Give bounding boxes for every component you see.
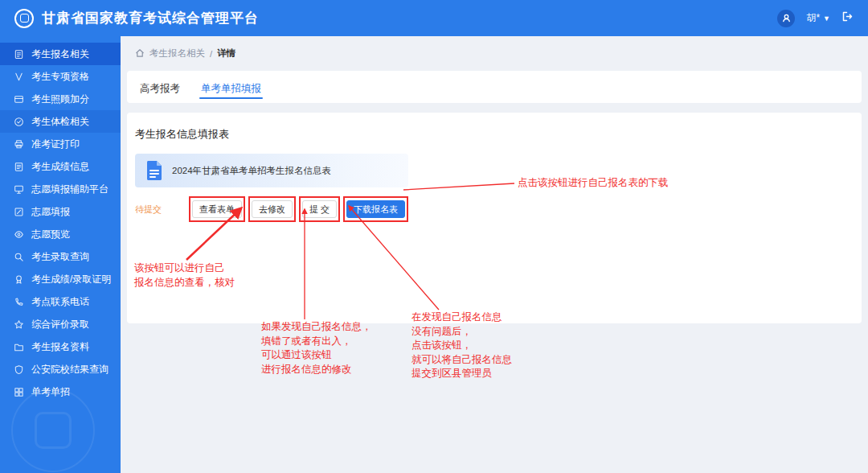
sidebar-item-1[interactable]: 考生报名相关	[0, 43, 121, 65]
sidebar-item-14[interactable]: 考生报名资料	[0, 335, 121, 358]
view-form-button[interactable]: 查看表单	[192, 200, 242, 218]
sidebar-item-3[interactable]: 考生照顾加分	[0, 88, 121, 110]
bonus-card-icon	[14, 94, 24, 105]
sidebar-item-label: 志愿填报辅助平台	[31, 183, 108, 196]
qualification-v-icon	[14, 72, 24, 82]
logout-icon[interactable]	[841, 10, 854, 26]
tab-2[interactable]: 单考单招填报	[198, 74, 264, 103]
sidebar-item-label: 考生专项资格	[31, 70, 89, 84]
annotation-line: 在发现自己报名信息	[411, 311, 512, 325]
tabs-bar: 高考报考单考单招填报	[127, 71, 862, 103]
view-form-button-highlight-box: 查看表单	[189, 196, 245, 222]
assist-platform-icon	[14, 184, 24, 195]
sidebar: 考生报名相关考生专项资格考生照顾加分考生体检相关准考证打印考生成绩信息志愿填报辅…	[0, 36, 121, 473]
home-icon[interactable]	[135, 48, 145, 60]
score-list-icon	[14, 162, 24, 172]
download-form-button[interactable]: 下载报名表	[346, 200, 405, 218]
sidebar-item-label: 考生成绩/录取证明	[31, 273, 111, 286]
main-area: 考生报名相关 / 详情 高考报考单考单招填报 考生报名信息填报表 2024年甘肃…	[121, 36, 868, 473]
annotation-line: 点击该按钮，	[411, 339, 512, 353]
sidebar-item-label: 公安院校结果查询	[31, 363, 108, 376]
sidebar-item-label: 考生照顾加分	[31, 93, 89, 106]
single-exam-grid-icon	[14, 387, 24, 397]
annotation-line: 没有问题后，	[411, 325, 512, 339]
sidebar-item-5[interactable]: 准考证打印	[0, 133, 121, 155]
tab-1[interactable]: 高考报考	[137, 74, 183, 103]
file-name: 2024年甘肃省单考单招考生报名信息表	[172, 165, 331, 177]
sidebar-item-label: 考生报名资料	[31, 340, 89, 354]
print-ticket-icon	[14, 139, 24, 150]
modify-button[interactable]: 去修改	[252, 200, 293, 218]
material-folder-icon	[14, 342, 24, 352]
breadcrumb: 考生报名相关 / 详情	[135, 47, 235, 60]
admission-search-icon	[14, 252, 24, 262]
annotation-line: 填错了或者有出入，	[261, 335, 372, 349]
sidebar-item-13[interactable]: 综合评价录取	[0, 313, 121, 335]
annotation-line: 报名信息的查看，核对	[134, 276, 235, 290]
sidebar-item-label: 志愿预览	[31, 228, 70, 241]
sidebar-item-label: 综合评价录取	[31, 318, 89, 331]
platform-logo-icon	[14, 9, 34, 28]
sidebar-item-label: 考生录取查询	[31, 250, 89, 264]
user-name: 胡*	[806, 11, 820, 25]
breadcrumb-section[interactable]: 考生报名相关	[149, 47, 205, 60]
view-annotation: 该按钮可以进行自己报名信息的查看，核对	[134, 261, 235, 290]
sidebar-item-4[interactable]: 考生体检相关	[0, 110, 121, 133]
sidebar-item-7[interactable]: 志愿填报辅助平台	[0, 178, 121, 200]
evaluation-star-icon	[14, 319, 24, 330]
user-menu[interactable]: 胡* ▼	[806, 11, 830, 25]
submit-button-highlight-box: 提 交	[299, 196, 340, 222]
sidebar-item-12[interactable]: 考点联系电话	[0, 290, 121, 313]
volunteer-preview-icon	[14, 229, 24, 240]
submit-annotation: 在发现自己报名信息没有问题后，点击该按钮，就可以将自己报名信息提交到区县管理员	[411, 311, 512, 381]
sidebar-item-2[interactable]: 考生专项资格	[0, 65, 121, 88]
volunteer-edit-icon	[14, 207, 24, 217]
modify-button-highlight-box: 去修改	[248, 196, 296, 222]
police-shield-icon	[14, 364, 24, 375]
sidebar-item-9[interactable]: 志愿预览	[0, 223, 121, 245]
sidebar-item-8[interactable]: 志愿填报	[0, 200, 121, 223]
button-group: 查看表单去修改提 交下载报名表	[189, 196, 408, 222]
sidebar-item-10[interactable]: 考生录取查询	[0, 245, 121, 268]
sidebar-item-label: 志愿填报	[31, 205, 70, 219]
certificate-icon	[14, 274, 24, 285]
sidebar-item-label: 考点联系电话	[31, 295, 89, 309]
submit-button[interactable]: 提 交	[302, 200, 337, 218]
download-annotation: 点击该按钮进行自己报名表的下载	[518, 176, 669, 191]
annotation-line: 点击该按钮进行自己报名表的下载	[518, 176, 669, 191]
sidebar-item-6[interactable]: 考生成绩信息	[0, 155, 121, 178]
annotation-line: 该按钮可以进行自己	[134, 261, 235, 276]
modify-annotation: 如果发现自己报名信息，填错了或者有出入，可以通过该按钮进行报名信息的修改	[261, 320, 372, 376]
registration-doc-icon	[14, 49, 24, 60]
chevron-down-icon: ▼	[823, 14, 830, 23]
sidebar-item-11[interactable]: 考生成绩/录取证明	[0, 268, 121, 290]
annotation-line: 提交到区县管理员	[411, 367, 512, 381]
user-area: 胡* ▼	[777, 10, 854, 27]
registration-file-card: 2024年甘肃省单考单招考生报名信息表	[135, 154, 408, 187]
download-form-button-highlight-box: 下载报名表	[343, 196, 408, 222]
sidebar-watermark-logo	[11, 389, 95, 472]
sidebar-item-label: 考生体检相关	[31, 115, 89, 129]
top-header: 甘肃省国家教育考试综合管理平台 胡* ▼	[0, 0, 868, 36]
user-avatar-icon[interactable]	[777, 10, 795, 27]
content-card: 考生报名信息填报表 2024年甘肃省单考单招考生报名信息表 待提交 查看表单去修…	[127, 113, 862, 323]
status-row: 待提交 查看表单去修改提 交下载报名表	[135, 196, 408, 222]
app-title: 甘肃省国家教育考试综合管理平台	[42, 9, 259, 27]
annotation-line: 可以通过该按钮	[261, 348, 372, 363]
brand: 甘肃省国家教育考试综合管理平台	[14, 9, 259, 28]
status-badge: 待提交	[135, 204, 162, 216]
annotation-line: 如果发现自己报名信息，	[261, 320, 372, 335]
sidebar-item-label: 考生成绩信息	[31, 160, 89, 174]
breadcrumb-separator: /	[210, 49, 212, 59]
annotation-line: 进行报名信息的修改	[261, 363, 372, 377]
annotation-line: 就可以将自己报名信息	[411, 353, 512, 368]
medical-check-icon	[14, 117, 24, 127]
sidebar-menu: 考生报名相关考生专项资格考生照顾加分考生体检相关准考证打印考生成绩信息志愿填报辅…	[0, 43, 121, 403]
section-title: 考生报名信息填报表	[135, 127, 854, 142]
contact-phone-icon	[14, 297, 24, 307]
sidebar-item-15[interactable]: 公安院校结果查询	[0, 358, 121, 380]
breadcrumb-current: 详情	[217, 47, 235, 60]
document-file-icon	[145, 160, 163, 181]
sidebar-item-label: 准考证打印	[31, 138, 80, 151]
sidebar-item-label: 考生报名相关	[31, 47, 89, 61]
